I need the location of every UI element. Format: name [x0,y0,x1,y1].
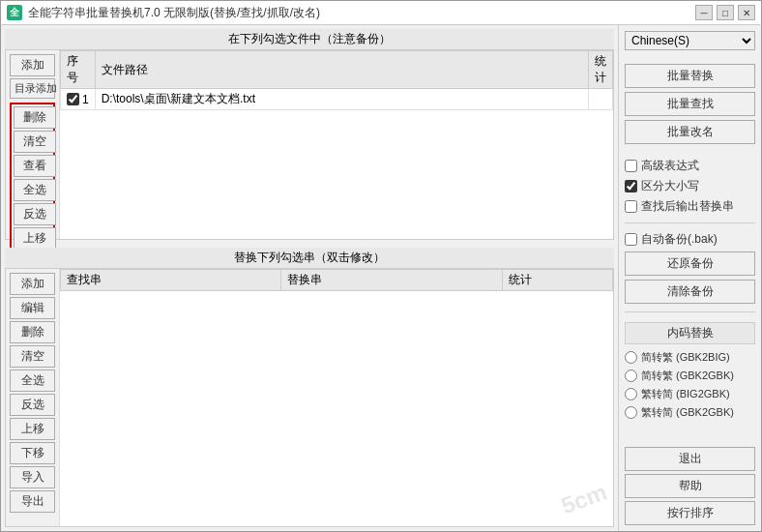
radio-gbk2gbk-2[interactable]: 繁转简 (GBK2GBK) [625,405,755,420]
file-section: 在下列勾选文件中（注意备份） 添加 目录添加 删除 清空 查看 全选 反选 上移… [5,29,614,240]
replace-export-button[interactable]: 导出 [10,490,55,513]
file-up-button[interactable]: 上移 [14,227,56,250]
radio-gbk2gbk-2-input[interactable] [625,406,637,419]
replace-delete-button[interactable]: 删除 [10,321,55,343]
replace-select-all-button[interactable]: 全选 [10,369,55,392]
output-after-find-checkbox[interactable]: 查找后输出替换串 [625,198,755,215]
radio-gbk2gbk-1-input[interactable] [625,369,637,382]
encoding-label: 内码替换 [625,322,755,344]
row-num: 1 [61,89,96,110]
col-replace: 替换串 [281,270,502,291]
output-after-find-input[interactable] [625,200,637,213]
auto-backup-input[interactable] [625,233,637,246]
replace-invert-button[interactable]: 反选 [10,394,55,416]
file-delete-button[interactable]: 删除 [14,106,56,129]
batch-find-button[interactable]: 批量查找 [625,92,755,116]
file-section-header: 在下列勾选文件中（注意备份） [5,29,614,50]
title-bar: 全 全能字符串批量替换机7.0 无限制版(替换/查找/抓取/改名) ─ □ ✕ [0,0,762,25]
radio-gbk2big[interactable]: 简转繁 (GBK2BIG) [625,350,755,365]
replace-clear-button[interactable]: 清空 [10,345,55,368]
radio-big2gbk-input[interactable] [625,388,637,400]
replace-table-area: 查找串 替换串 统计 [60,269,613,526]
replace-section-header: 替换下列勾选串（双击修改） [5,248,614,269]
row-checkbox[interactable] [67,93,79,105]
lang-dropdown[interactable]: Chinese(S) Chinese(T) English Japanese [625,31,755,50]
replace-section: 替换下列勾选串（双击修改） 添加 编辑 删除 清空 全选 反选 上移 下移 导入… [5,248,614,527]
file-select-all-button[interactable]: 全选 [14,179,56,201]
file-view-button[interactable]: 查看 [14,155,56,177]
replace-table: 查找串 替换串 统计 [60,269,613,291]
help-button[interactable]: 帮助 [625,474,755,498]
exit-button[interactable]: 退出 [625,447,755,471]
table-row: 1 D:\tools\桌面\新建文本文档.txt [61,89,613,110]
replace-edit-button[interactable]: 编辑 [10,297,55,319]
file-table-area: 序号 文件路径 统计 1 [60,50,613,239]
restore-backup-button[interactable]: 还原备份 [625,251,755,276]
radio-gbk2big-input[interactable] [625,351,637,364]
clear-backup-button[interactable]: 清除备份 [625,280,755,304]
advanced-expr-input[interactable] [625,160,637,172]
replace-add-button[interactable]: 添加 [10,273,55,295]
radio-big2gbk[interactable]: 繁转简 (BIG2GBK) [625,387,755,401]
file-invert-button[interactable]: 反选 [14,203,56,225]
col-path: 文件路径 [95,51,588,89]
advanced-expr-checkbox[interactable]: 高级表达式 [625,158,755,174]
col-stat: 统计 [589,51,613,89]
left-panel: 在下列勾选文件中（注意备份） 添加 目录添加 删除 清空 查看 全选 反选 上移… [1,25,618,531]
bottom-action-btns: 退出 帮助 按行排序 [625,447,755,525]
file-add-button[interactable]: 添加 [10,54,55,76]
main-container: 在下列勾选文件中（注意备份） 添加 目录添加 删除 清空 查看 全选 反选 上移… [0,25,762,532]
row-path: D:\tools\桌面\新建文本文档.txt [95,89,588,110]
replace-up-button[interactable]: 上移 [10,418,55,440]
divider1 [625,222,755,223]
replace-import-button[interactable]: 导入 [10,466,55,488]
sort-button[interactable]: 按行排序 [625,501,755,525]
right-panel: Chinese(S) Chinese(T) English Japanese 批… [618,25,761,531]
radio-gbk2gbk-1[interactable]: 简转繁 (GBK2GBK) [625,369,755,383]
col-find: 查找串 [61,270,281,291]
col-stat2: 统计 [502,270,612,291]
lang-row: Chinese(S) Chinese(T) English Japanese [625,31,755,50]
file-dir-add-button[interactable]: 目录添加 [10,78,55,99]
case-sensitive-checkbox[interactable]: 区分大小写 [625,178,755,194]
file-table: 序号 文件路径 统计 1 [60,50,613,110]
app-icon: 全 [7,5,22,20]
title-controls: ─ □ ✕ [695,5,755,20]
auto-backup-checkbox[interactable]: 自动备份(.bak) [625,231,755,248]
col-num: 序号 [61,51,96,89]
case-sensitive-input[interactable] [625,180,637,192]
replace-down-button[interactable]: 下移 [10,442,55,464]
maximize-button[interactable]: □ [717,5,734,20]
file-btn-col: 添加 目录添加 删除 清空 查看 全选 反选 上移 下移 [6,50,60,239]
replace-btn-col: 添加 编辑 删除 清空 全选 反选 上移 下移 导入 导出 [6,269,60,526]
file-clear-button[interactable]: 清空 [14,131,56,153]
divider2 [625,311,755,312]
title-bar-left: 全 全能字符串批量替换机7.0 无限制版(替换/查找/抓取/改名) [7,5,320,21]
close-button[interactable]: ✕ [738,5,755,20]
row-stat [589,89,613,110]
minimize-button[interactable]: ─ [695,5,713,20]
batch-replace-button[interactable]: 批量替换 [625,64,755,88]
batch-rename-button[interactable]: 批量改名 [625,120,755,144]
app-title: 全能字符串批量替换机7.0 无限制版(替换/查找/抓取/改名) [28,5,320,21]
